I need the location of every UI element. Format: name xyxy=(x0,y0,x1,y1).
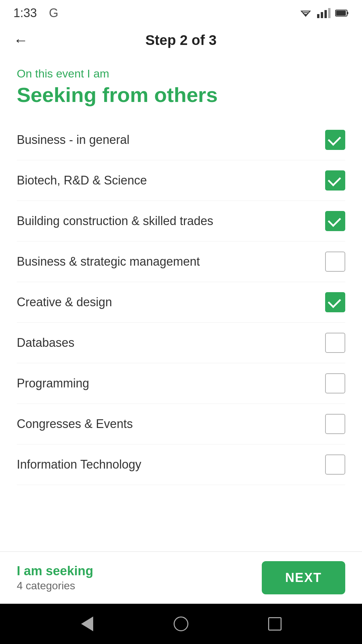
signal-icon xyxy=(317,8,330,18)
category-item[interactable]: Biotech, R&D & Science xyxy=(17,160,345,201)
category-item[interactable]: Building construction & skilled trades xyxy=(17,201,345,241)
category-label: Biotech, R&D & Science xyxy=(17,173,147,187)
category-checkbox[interactable] xyxy=(325,170,345,191)
svg-rect-6 xyxy=(336,11,346,16)
category-checkbox[interactable] xyxy=(325,130,345,150)
svg-rect-1 xyxy=(321,12,323,18)
category-item[interactable]: Programming xyxy=(17,363,345,404)
seeking-info: I am seeking 4 categories xyxy=(17,564,93,592)
category-item[interactable]: Congresses & Events xyxy=(17,404,345,444)
step-title: Step 2 of 3 xyxy=(145,32,217,48)
status-time: 1:33 xyxy=(13,6,37,20)
nav-recents-button[interactable] xyxy=(265,614,285,634)
category-label: Building construction & skilled trades xyxy=(17,214,213,228)
google-icon: G xyxy=(49,6,58,20)
category-item[interactable]: Databases xyxy=(17,323,345,363)
category-checkbox[interactable] xyxy=(325,292,345,312)
category-label: Business & strategic management xyxy=(17,255,200,269)
category-checkbox[interactable] xyxy=(325,252,345,272)
back-button[interactable]: ← xyxy=(13,33,28,48)
category-item[interactable]: Business & strategic management xyxy=(17,241,345,282)
main-heading: Seeking from others xyxy=(17,84,345,106)
nav-home-button[interactable] xyxy=(171,614,191,634)
nav-back-icon xyxy=(81,616,93,631)
category-item[interactable]: Information Technology xyxy=(17,444,345,485)
top-nav: ← Step 2 of 3 xyxy=(0,23,362,57)
status-left: 1:33 G xyxy=(13,6,58,20)
category-item[interactable]: Business - in general xyxy=(17,120,345,160)
svg-rect-0 xyxy=(317,14,319,18)
category-checkbox[interactable] xyxy=(325,454,345,475)
category-list: Business - in generalBiotech, R&D & Scie… xyxy=(17,120,345,485)
status-bar: 1:33 G xyxy=(0,0,362,23)
category-item[interactable]: Creative & design xyxy=(17,282,345,323)
category-checkbox[interactable] xyxy=(325,211,345,231)
category-label: Creative & design xyxy=(17,295,112,309)
nav-back-button[interactable] xyxy=(77,614,97,634)
wifi-icon xyxy=(299,8,312,18)
category-label: Programming xyxy=(17,376,89,390)
svg-rect-2 xyxy=(324,10,327,18)
nav-home-icon xyxy=(174,616,188,631)
status-icons xyxy=(299,8,349,18)
next-button[interactable]: NEXT xyxy=(262,561,345,594)
category-label: Business - in general xyxy=(17,133,129,147)
category-checkbox[interactable] xyxy=(325,414,345,434)
main-content: On this event I am Seeking from others B… xyxy=(0,57,362,551)
category-label: Information Technology xyxy=(17,458,141,472)
category-label: Databases xyxy=(17,336,74,350)
footer-bar: I am seeking 4 categories NEXT xyxy=(0,551,362,604)
svg-rect-3 xyxy=(328,8,330,18)
category-checkbox[interactable] xyxy=(325,373,345,393)
android-nav xyxy=(0,604,362,644)
svg-rect-5 xyxy=(347,12,348,14)
subtitle: On this event I am xyxy=(17,67,345,80)
nav-recents-icon xyxy=(268,617,282,631)
seeking-count: 4 categories xyxy=(17,580,93,592)
battery-icon xyxy=(335,8,349,18)
category-checkbox[interactable] xyxy=(325,333,345,353)
category-label: Congresses & Events xyxy=(17,417,133,431)
seeking-label: I am seeking xyxy=(17,564,93,578)
